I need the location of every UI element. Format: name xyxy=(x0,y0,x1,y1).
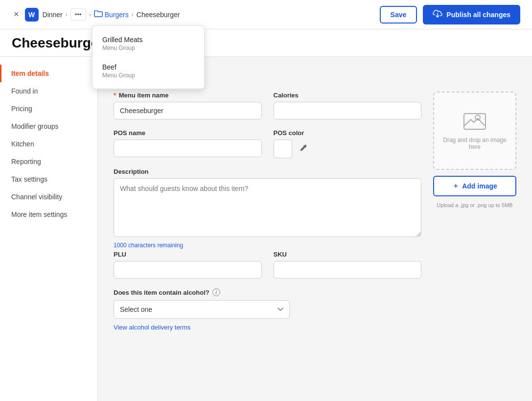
breadcrumb-dropdown: Grilled Meats Menu Group Beef Menu Group xyxy=(92,25,205,89)
dropdown-item-title-beef: Beef xyxy=(102,63,194,71)
menu-item-name-label: * Menu item name xyxy=(114,92,262,99)
top-bar-left: × W Dinner › ••• › Burgers › Cheeseburge… xyxy=(12,7,380,22)
pos-name-input[interactable] xyxy=(114,140,262,157)
dropdown-item-beef[interactable]: Beef Menu Group xyxy=(93,57,204,85)
breadcrumb-sep-1: › xyxy=(66,11,68,18)
image-drop-zone[interactable]: Drag and drop an image here xyxy=(433,92,516,170)
sku-input[interactable] xyxy=(274,261,422,279)
view-terms-link[interactable]: View alcohol delivery terms xyxy=(114,324,190,331)
calories-field: Calories xyxy=(274,92,422,119)
pos-color-label: POS color xyxy=(274,129,422,137)
sidebar-item-found-in[interactable]: Found in xyxy=(0,82,97,100)
dropdown-item-sub-grilled-meats: Menu Group xyxy=(102,45,194,51)
top-bar-right: Save Publish all changes xyxy=(380,5,520,24)
pos-name-label: POS name xyxy=(114,129,262,137)
breadcrumb-burgers[interactable]: Burgers xyxy=(105,11,129,19)
breadcrumb-sep-3: › xyxy=(132,11,134,18)
breadcrumb-sep-2: › xyxy=(89,11,91,18)
page-title: Cheeseburger xyxy=(12,35,104,51)
sidebar-item-pricing[interactable]: Pricing xyxy=(0,100,97,118)
more-button[interactable]: ••• xyxy=(70,8,86,21)
upload-hint: Upload a .jpg or .png up to 5MB xyxy=(433,202,516,208)
breadcrumb-cheeseburger: Cheeseburger xyxy=(137,11,180,19)
image-placeholder-icon xyxy=(463,112,486,133)
breadcrumb-dinner[interactable]: Dinner xyxy=(43,11,63,19)
folder-icon xyxy=(94,10,103,19)
info-icon: i xyxy=(212,288,220,296)
sidebar-item-more-item-settings[interactable]: More item settings xyxy=(0,206,97,223)
alcohol-label-row: Does this item contain alcohol? i xyxy=(114,288,421,296)
menu-item-name-input[interactable] xyxy=(114,102,262,119)
dropdown-item-grilled-meats[interactable]: Grilled Meats Menu Group xyxy=(93,30,204,57)
dropdown-item-title-grilled-meats: Grilled Meats xyxy=(102,36,194,44)
page-header: Cheeseburger xyxy=(0,29,532,57)
plu-label: PLU xyxy=(114,251,262,258)
add-image-button[interactable]: ＋ Add image xyxy=(433,176,516,196)
plu-field: PLU xyxy=(114,251,262,279)
alcohol-label: Does this item contain alcohol? xyxy=(114,289,209,296)
publish-button[interactable]: Publish all changes xyxy=(423,5,520,24)
description-label: Description xyxy=(114,168,421,175)
required-star: * xyxy=(114,92,116,99)
alcohol-section: Does this item contain alcohol? i Select… xyxy=(114,288,421,331)
sidebar: Item details Found in Pricing Modifier g… xyxy=(0,57,98,401)
svg-point-0 xyxy=(475,115,480,120)
name-calories-grid: * Menu item name Calories xyxy=(114,92,421,119)
sidebar-item-modifier-groups[interactable]: Modifier groups xyxy=(0,118,97,135)
cloud-icon xyxy=(433,10,442,20)
sidebar-item-kitchen[interactable]: Kitchen xyxy=(0,135,97,153)
app-icon: W xyxy=(25,8,39,22)
save-button[interactable]: Save xyxy=(380,6,417,24)
breadcrumb: Dinner › ••• › Burgers › Cheeseburger xyxy=(43,8,180,21)
main-layout: Item details Found in Pricing Modifier g… xyxy=(0,57,532,401)
top-bar: × W Dinner › ••• › Burgers › Cheeseburge… xyxy=(0,0,532,29)
add-image-label: Add image xyxy=(462,182,497,190)
pos-color-row xyxy=(274,140,422,158)
pos-color-swatch[interactable] xyxy=(274,140,292,158)
form-area: * Menu item name Calories POS name xyxy=(114,92,421,331)
eyedropper-button[interactable] xyxy=(297,142,310,157)
char-remaining: 1000 characters remaining xyxy=(114,242,421,249)
sku-field: SKU xyxy=(274,251,422,279)
plu-sku-grid: PLU SKU xyxy=(114,251,421,279)
main-content: Item details * Menu item name Calories xyxy=(98,57,532,401)
alcohol-dropdown[interactable]: Select one Yes No xyxy=(114,300,290,319)
publish-label: Publish all changes xyxy=(446,11,510,19)
pos-grid: POS name POS color xyxy=(114,129,421,158)
plus-icon: ＋ xyxy=(452,182,459,190)
dropdown-item-sub-beef: Menu Group xyxy=(102,72,194,79)
calories-input[interactable] xyxy=(274,102,422,119)
menu-item-name-field: * Menu item name xyxy=(114,92,262,119)
sidebar-item-item-details[interactable]: Item details xyxy=(0,65,97,82)
plu-input[interactable] xyxy=(114,261,262,279)
description-field: Description 1000 characters remaining xyxy=(114,168,421,249)
image-upload-section: Drag and drop an image here ＋ Add image … xyxy=(433,92,516,331)
close-button[interactable]: × xyxy=(12,7,21,22)
sidebar-item-tax-settings[interactable]: Tax settings xyxy=(0,170,97,188)
pos-name-field: POS name xyxy=(114,129,262,158)
sidebar-item-channel-visibility[interactable]: Channel visibility xyxy=(0,188,97,206)
sku-label: SKU xyxy=(274,251,422,258)
description-textarea[interactable] xyxy=(114,178,421,237)
sidebar-item-reporting[interactable]: Reporting xyxy=(0,153,97,170)
content-with-image: * Menu item name Calories POS name xyxy=(114,92,516,331)
calories-label: Calories xyxy=(274,92,422,99)
pos-color-field: POS color xyxy=(274,129,422,158)
image-drop-text: Drag and drop an image here xyxy=(442,137,508,150)
